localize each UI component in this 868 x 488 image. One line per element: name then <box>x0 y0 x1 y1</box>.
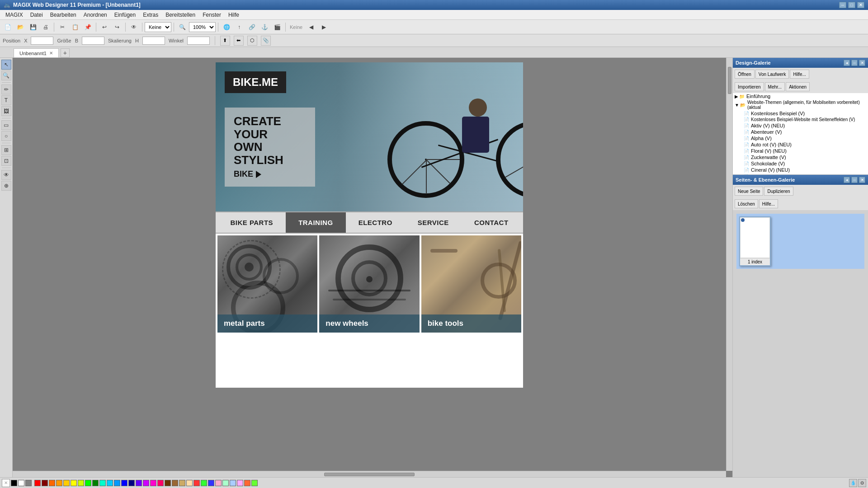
cs-tan2[interactable] <box>186 480 193 486</box>
cs-yellow1[interactable] <box>63 480 70 486</box>
nav-electro[interactable]: ELECTRO <box>346 212 405 233</box>
cs-purple1[interactable] <box>143 480 149 486</box>
color-swatch-black[interactable] <box>11 480 17 486</box>
cs-extra6[interactable] <box>237 480 243 486</box>
pp-pin-btn[interactable]: ◂ <box>844 177 850 183</box>
toolbar-undo[interactable]: ↩ <box>99 22 110 33</box>
cs-darkblue[interactable] <box>128 480 135 486</box>
gallery-item-1[interactable]: new wheels <box>319 235 419 333</box>
gallery-item-2[interactable]: bike tools <box>421 235 521 333</box>
menu-magix[interactable]: MAGIX <box>2 11 27 19</box>
dg-pin-btn[interactable]: ◂ <box>844 60 850 66</box>
cs-cyan1[interactable] <box>107 480 113 486</box>
dg-close-btn[interactable]: ✕ <box>859 60 865 66</box>
angle-input[interactable] <box>187 37 210 45</box>
cs-extra8[interactable] <box>251 480 258 486</box>
toolbar-copy[interactable]: 📋 <box>69 22 81 33</box>
hero-cta[interactable]: BIKE <box>234 170 261 179</box>
cs-extra5[interactable] <box>230 480 236 486</box>
tool-rect[interactable]: ▭ <box>1 120 11 130</box>
tree-item-3[interactable]: 📄 Kostenloses Beispiel-Website mit Seite… <box>733 117 868 122</box>
h-scrollbar[interactable] <box>13 471 726 477</box>
cs-extra3[interactable] <box>215 480 222 486</box>
toolbar-back[interactable]: ◀ <box>305 22 317 33</box>
menu-bereitstellen[interactable]: Bereitstellen <box>162 11 199 19</box>
menu-bearbeiten[interactable]: Bearbeiten <box>47 11 80 19</box>
align-left[interactable]: ⬅ <box>234 36 244 46</box>
align-top[interactable]: ⬆ <box>220 36 230 46</box>
tree-item-6[interactable]: 📄 Alpha (V) <box>733 135 868 141</box>
toolbar-media[interactable]: 🎬 <box>271 22 283 33</box>
toolbar-print[interactable]: 🖨 <box>40 22 52 33</box>
cs-red1[interactable] <box>34 480 41 486</box>
tree-item-4[interactable]: 📄 Aktiv (V) (NEU) <box>733 122 868 129</box>
toolbar-redo[interactable]: ↪ <box>111 22 123 33</box>
toolbar-open[interactable]: 📂 <box>14 22 26 33</box>
gallery-item-0[interactable]: metal parts <box>217 235 317 333</box>
tree-item-0[interactable]: ▶ 📁 Einführung <box>733 93 868 99</box>
v-scrollbar[interactable] <box>726 58 732 471</box>
cs-red2[interactable] <box>193 480 200 486</box>
h-scrollbar-thumb[interactable] <box>324 473 415 476</box>
color-wheel-icon[interactable]: ⊙ <box>858 479 866 487</box>
toolbar-paste[interactable]: 📌 <box>82 22 94 33</box>
snap-select[interactable]: Keine <box>145 22 171 32</box>
tool-crop[interactable]: ⊡ <box>1 156 11 166</box>
nav-contact[interactable]: CONTACT <box>462 212 521 233</box>
toolbar-preview[interactable]: 👁 <box>128 22 140 33</box>
page-thumb-1[interactable]: 1 index <box>739 216 771 266</box>
arrange-btn[interactable]: ⬡ <box>247 36 257 46</box>
nav-bike-parts[interactable]: BIKE PARTS <box>217 212 286 233</box>
tree-item-7[interactable]: 📄 Auto rot (V) (NEU) <box>733 141 868 148</box>
toolbar-anchor[interactable]: ⚓ <box>259 22 270 33</box>
cs-orange1[interactable] <box>49 480 55 486</box>
color-transparent[interactable]: ✕ <box>2 479 10 487</box>
cs-violet[interactable] <box>136 480 142 486</box>
cs-pink1[interactable] <box>150 480 156 486</box>
cs-lime[interactable] <box>78 480 84 486</box>
tree-item-10[interactable]: 📄 Schokolade (V) <box>733 160 868 167</box>
menu-anordnen[interactable]: Anordnen <box>80 11 111 19</box>
dg-open-btn[interactable]: Öffnen <box>735 70 755 79</box>
eyedropper-icon[interactable]: 💧 <box>849 479 857 487</box>
b-input[interactable] <box>82 37 104 45</box>
cs-extra1[interactable] <box>201 480 207 486</box>
x-input[interactable] <box>31 37 53 45</box>
tree-item-12[interactable]: 📄 Wolke 9 (V) <box>733 173 868 174</box>
menu-extras[interactable]: Extras <box>139 11 162 19</box>
tree-item-5[interactable]: 📄 Abenteuer (V) <box>733 129 868 135</box>
duplicate-btn[interactable]: Duplizieren <box>764 187 793 196</box>
nav-service[interactable]: SERVICE <box>405 212 462 233</box>
pp-minimize-btn[interactable]: ─ <box>851 177 858 183</box>
toolbar-ftp[interactable]: ↑ <box>233 22 245 33</box>
dg-actions-btn[interactable]: Aktionen <box>786 82 810 91</box>
tab-unbenannt1[interactable]: Unbenannt1 ✕ <box>14 48 59 57</box>
dg-import-btn[interactable]: Importieren <box>735 82 764 91</box>
cs-brown1[interactable] <box>165 480 171 486</box>
tree-item-9[interactable]: 📄 Zuckerwatte (V) <box>733 154 868 160</box>
pages-help-btn[interactable]: Hilfe... <box>759 199 778 208</box>
cs-tan1[interactable] <box>179 480 185 486</box>
restore-button[interactable]: □ <box>848 2 855 8</box>
toolbar-save[interactable]: 💾 <box>27 22 39 33</box>
toolbar-new[interactable]: 📄 <box>2 22 14 33</box>
tab-close-btn[interactable]: ✕ <box>49 51 53 56</box>
h-input[interactable] <box>142 37 165 45</box>
menu-fenster[interactable]: Fenster <box>199 11 225 19</box>
tool-layer[interactable]: ⊞ <box>1 145 11 155</box>
cs-orange2[interactable] <box>56 480 62 486</box>
cs-blue1[interactable] <box>114 480 120 486</box>
tool-draw[interactable]: ✏ <box>1 84 11 94</box>
color-swatch-white[interactable] <box>18 480 24 486</box>
menu-datei[interactable]: Datei <box>27 11 47 19</box>
tool-image[interactable]: 🖼 <box>1 106 11 116</box>
toolbar-forward[interactable]: ▶ <box>318 22 330 33</box>
menu-einfuegen[interactable]: Einfügen <box>111 11 139 19</box>
cs-brown2[interactable] <box>172 480 178 486</box>
delete-btn[interactable]: Löschen <box>735 199 758 208</box>
color-swatch-gray[interactable] <box>25 480 32 486</box>
pp-close-btn[interactable]: ✕ <box>859 177 865 183</box>
nav-training[interactable]: TRAINING <box>286 212 346 233</box>
cs-darkred[interactable] <box>42 480 48 486</box>
cs-extra4[interactable] <box>222 480 229 486</box>
